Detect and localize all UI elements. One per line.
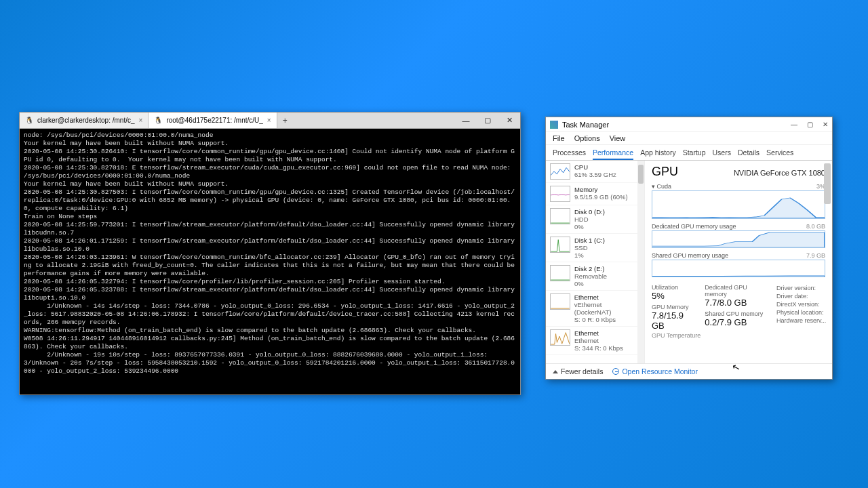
resource-sub: 61% 3.59 GHz [574,171,616,178]
resource-name: Disk 1 (C:) [574,237,605,244]
tab-processes[interactable]: Processes [553,146,586,160]
close-icon[interactable]: × [267,117,271,124]
gpu-shared: 0.2/7.9 GB [705,317,770,327]
menu-bar: File Options View [546,132,832,145]
window-title: Task Manager [562,121,609,129]
close-icon[interactable]: × [139,117,143,124]
gpu-heading: GPU [652,165,678,179]
fewer-details-button[interactable]: Fewer details [553,367,603,375]
terminal-tab-1[interactable]: 🐧 root@46d175e22171: /mnt/c/U_ × [149,113,277,128]
resource-name: CPU [574,163,616,171]
gpu-dedicated: 7.7/8.0 GB [705,298,770,308]
terminal-tab-0[interactable]: 🐧 clarker@clarkerdesktop: /mnt/c_ × [20,113,149,128]
spark-graph [550,163,570,180]
resource-sub: SSD1% [574,244,605,259]
shared-mem-graph[interactable] [652,260,825,277]
resource-sub: EthernetS: 344 R: 0 Kbps [574,337,623,352]
scrollbar[interactable] [637,161,644,363]
chevron-up-icon [553,370,558,373]
tab-app-history[interactable]: App history [640,146,676,160]
tab-users[interactable]: Users [713,146,731,160]
footer: Fewer details Open Resource Monitor [546,363,832,379]
maximize-button[interactable]: ▢ [477,116,498,125]
gpu-temp-label: GPU Temperature [652,332,825,339]
resource-sub: Removable0% [574,272,607,287]
spark-graph [550,208,570,224]
resource-item-d2[interactable]: Disk 2 (E:)Removable0% [546,262,644,291]
spark-graph [550,265,570,281]
spark-graph [550,329,570,346]
resource-sub: 9.5/15.9 GB (60%) [574,193,628,201]
close-button[interactable]: ✕ [498,116,520,125]
menu-view[interactable]: View [610,134,626,142]
new-tab-button[interactable]: + [277,113,293,128]
spark-graph [550,186,570,202]
scrollbar[interactable] [824,163,831,361]
resource-name: Disk 2 (E:) [574,265,607,272]
sharedmem-label: Shared GPU memory usage [652,252,728,259]
tab-performance[interactable]: Performance [593,146,633,160]
gpu-stats: Utilization 5% GPU Memory 7.8/15.9 GB De… [652,284,825,331]
resource-item-e0[interactable]: EthernetvEthernet (DockerNAT)S: 0 R: 0 K… [546,291,644,327]
resource-item-cpu[interactable]: CPU61% 3.59 GHz [546,161,644,183]
window-controls: — ▢ ✕ [455,113,520,128]
cuda-label[interactable]: Cuda [657,183,672,190]
terminal-tab-title: clarker@clarkerdesktop: /mnt/c_ [37,117,135,124]
resource-sidebar[interactable]: CPU61% 3.59 GHzMemory9.5/15.9 GB (60%)Di… [546,161,645,363]
gpu-panel: GPU NVIDIA GeForce GTX 1080 ▾ Cuda3% Ded… [645,161,832,363]
open-resource-monitor-link[interactable]: Open Resource Monitor [612,367,697,375]
tux-icon: 🐧 [154,117,162,124]
resource-item-d0[interactable]: Disk 0 (D:)HDD0% [546,205,644,234]
tab-services[interactable]: Services [766,146,793,160]
spark-graph [550,293,570,310]
maximize-button[interactable]: ▢ [807,121,813,128]
resource-item-e1[interactable]: EthernetEthernetS: 344 R: 0 Kbps [546,327,644,355]
close-button[interactable]: ✕ [823,121,828,128]
task-manager-icon [550,121,558,129]
terminal-output[interactable]: node: /sys/bus/pci/devices/0000:01:00.0/… [20,129,520,394]
resource-name: Memory [574,186,628,193]
titlebar[interactable]: Task Manager — ▢ ✕ [546,117,832,132]
terminal-tabbar: 🐧 clarker@clarkerdesktop: /mnt/c_ × 🐧 ro… [20,113,520,129]
cuda-graph[interactable] [652,190,825,219]
resource-item-d1[interactable]: Disk 1 (C:)SSD1% [546,234,644,262]
spark-graph [550,237,570,253]
menu-options[interactable]: Options [574,134,600,142]
resource-name: Ethernet [574,293,640,301]
tab-strip: Processes Performance App history Startu… [546,145,832,161]
gpu-model: NVIDIA GeForce GTX 1080 [734,169,825,177]
task-manager-window: Task Manager — ▢ ✕ File Options View Pro… [545,117,833,380]
dedicated-mem-graph[interactable] [652,230,825,248]
menu-file[interactable]: File [553,134,565,142]
minimize-button[interactable]: — [455,117,477,125]
tab-startup[interactable]: Startup [683,146,706,160]
monitor-icon [612,368,619,375]
resource-sub: vEthernet (DockerNAT)S: 0 R: 0 Kbps [574,301,640,323]
tux-icon: 🐧 [25,117,33,124]
resource-name: Ethernet [574,329,623,337]
minimize-button[interactable]: — [791,121,797,128]
dedmem-label: Dedicated GPU memory usage [652,223,736,230]
gpu-utilization: 5% [652,291,698,301]
resource-sub: HDD0% [574,216,605,230]
tab-details[interactable]: Details [738,146,760,160]
resource-item-mem[interactable]: Memory9.5/15.9 GB (60%) [546,183,644,205]
terminal-window: 🐧 clarker@clarkerdesktop: /mnt/c_ × 🐧 ro… [19,112,521,395]
resource-name: Disk 0 (D:) [574,208,605,216]
gpu-memory: 7.8/15.9 GB [652,310,698,331]
terminal-tab-title: root@46d175e22171: /mnt/c/U_ [166,117,262,124]
